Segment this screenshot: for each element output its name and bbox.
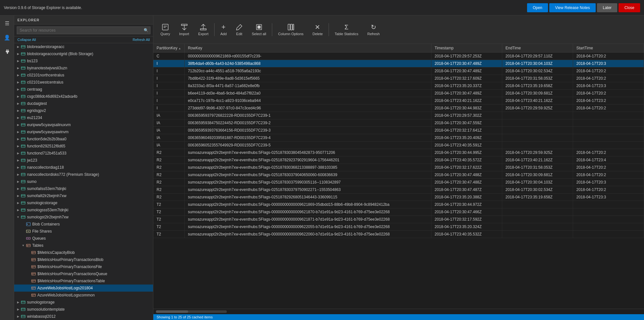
tree-item-c02101westcentralus[interactable]: ▶c02101westcentralus bbox=[14, 79, 153, 86]
tree-item-eu21234[interactable]: ▶eu21234 bbox=[14, 114, 153, 121]
search-input[interactable] bbox=[17, 26, 150, 34]
import-button[interactable]: Import bbox=[175, 22, 194, 38]
tree-item-MetricsCapacityBlob[interactable]: $MetricsCapacityBlob bbox=[14, 249, 153, 256]
tree-item-sumologsss53em7tdnjki[interactable]: ▶sumologsss53em7tdnjki bbox=[14, 206, 153, 214]
table-row[interactable]: IA006365959379726822228-RD00155DF7C239-1… bbox=[153, 112, 644, 119]
refresh-button[interactable]: ↻ Refresh bbox=[363, 22, 384, 38]
table-row[interactable]: C00000000000009621869-rd00155df7c239-201… bbox=[153, 53, 644, 60]
tree-item-ducdaigtest[interactable]: ▶ducdaigtest bbox=[14, 100, 153, 107]
tree-item-blobreaderstorageacc[interactable]: ▶blobreaderstorageacc bbox=[14, 43, 153, 50]
tree-item-egridsgpv2[interactable]: ▶egridsgpv2 bbox=[14, 107, 153, 114]
end-time-cell bbox=[502, 119, 573, 127]
table-row[interactable]: T2sumoazureappt2lr2bejmh7xw-eventhubs:5F… bbox=[153, 216, 644, 223]
row-key-cell: 7bd8b422-31f9-489e-8ad8-5d3615ef5665 bbox=[185, 75, 431, 82]
tree-item-c02101northcentralus[interactable]: ▶c02101northcentralus bbox=[14, 72, 153, 79]
select-all-button[interactable]: Select all bbox=[247, 22, 271, 38]
tree-item-MetricsHourPrimaryTransactionsBlob[interactable]: $MetricsHourPrimaryTransactionsBlob bbox=[14, 256, 153, 263]
view-release-button[interactable]: View Release Notes bbox=[549, 3, 596, 12]
horizontal-scrollbar[interactable] bbox=[156, 310, 227, 313]
table-row[interactable]: IA006365960523557649929-RD00155DF7C239-5… bbox=[153, 142, 644, 149]
table-row[interactable]: T2sumoazureappt2lr2bejmh7xw-eventhubs:5F… bbox=[153, 208, 644, 216]
table-row[interactable]: IA006365959393763664156-RD00155DF7C239-3… bbox=[153, 127, 644, 134]
table-row[interactable]: R2sumoazureappt2lr2bejmh7xw-eventhubs:5F… bbox=[153, 164, 644, 171]
edit-button[interactable]: Edit bbox=[231, 22, 247, 38]
tree-item-queues[interactable]: Queues bbox=[14, 235, 153, 242]
tree-item-sumologst2lr2bejmh7xw[interactable]: ▼sumologst2lr2bejmh7xw bbox=[14, 214, 153, 221]
tree-label: $MetricsHourPrimaryTransactionsFile bbox=[37, 265, 102, 269]
tree-item-blobstorageaccountgrid[interactable]: ▶blobstorageaccountgrid (Blob Storage) bbox=[14, 50, 153, 57]
add-button[interactable]: + Add bbox=[216, 22, 231, 38]
table-row[interactable]: I8a3233a1-8f3a-4471-8a57-11a682e8e0fb201… bbox=[153, 82, 644, 90]
tree-item-sumofailss53em7tdnjki[interactable]: ▶sumofailss53em7tdnjki bbox=[14, 185, 153, 192]
tree-item-AzureWebJobsHostLogscommon[interactable]: AzureWebJobsHostLogscommon bbox=[14, 292, 153, 299]
end-time-cell bbox=[502, 216, 573, 223]
tree-item-euripww5cyavqsalinuxvm[interactable]: ▶euripww5cyavqsalinuxvm bbox=[14, 121, 153, 128]
table-row[interactable]: I38fb4da4-d60b-4a43-b24d-5385498ac868201… bbox=[153, 60, 644, 67]
table-row[interactable]: T2sumoazureappt2lr2bejmh7xw-eventhubs:5F… bbox=[153, 231, 644, 238]
table-row[interactable]: R2sumoazureappt2lr2bejmh7xw-eventhubs:5F… bbox=[153, 194, 644, 201]
tree-item-nanocollectordiag118[interactable]: ▶nanocollectordiag118 bbox=[14, 164, 153, 171]
tree-item-MetricsHourPrimaryTransactionsQueue[interactable]: $MetricsHourPrimaryTransactionsQueue bbox=[14, 270, 153, 277]
table-row[interactable]: Ib6ee4119-dd3e-4ba6-9cbd-484a57f822a0201… bbox=[153, 90, 644, 97]
open-button[interactable]: Open bbox=[527, 3, 548, 12]
tree-item-tables[interactable]: ▼Tables bbox=[14, 242, 153, 249]
svg-rect-51 bbox=[21, 209, 25, 211]
tree-item-function5de2b2b3baa0[interactable]: ▶function5de2b2b3baa0 bbox=[14, 135, 153, 143]
collapse-all-button[interactable]: Collapse All bbox=[17, 38, 36, 42]
table-row[interactable]: I7bd8b422-31f9-489e-8ad8-5d3615ef5665201… bbox=[153, 75, 644, 82]
later-button[interactable]: Later bbox=[597, 3, 617, 12]
tree-item-function8292512f8d65[interactable]: ▶function8292512f8d65 bbox=[14, 143, 153, 150]
tree-icon bbox=[21, 129, 26, 135]
tree-item-sumo[interactable]: ▶sumo bbox=[14, 178, 153, 185]
refresh-all-button[interactable]: Refresh All bbox=[133, 38, 150, 42]
table-row[interactable]: R2sumoazureappt2lr2bejmh7xw-eventhubs:5F… bbox=[153, 149, 644, 156]
menu-icon[interactable]: ☰ bbox=[2, 18, 12, 28]
delete-button[interactable]: ✕ Delete bbox=[308, 22, 327, 38]
tree-item-sumofailt2lr2bejmh7xw[interactable]: ▶sumofailt2lr2bejmh7xw bbox=[14, 192, 153, 199]
table-row[interactable]: Ie0ca717c-197b-4cc1-a923-91036ceba944201… bbox=[153, 97, 644, 105]
tree-item-sumologstorage2[interactable]: ▶sumologstorage bbox=[14, 299, 153, 306]
query-button[interactable]: Query bbox=[156, 22, 175, 38]
tree-item-MetricsHourPrimaryTransactionsTable[interactable]: $MetricsHourPrimaryTransactionsTable bbox=[14, 277, 153, 285]
table-container[interactable]: PartitionKey ▲RowKeyTimestampEndTimeStar… bbox=[153, 44, 644, 309]
tree-item-byinanotestwjvwsli3uzn[interactable]: ▶byinanotestwjvwsli3uzn bbox=[14, 65, 153, 72]
tree-item-winlabassql2012[interactable]: ▶winlabassql2012 bbox=[14, 313, 153, 320]
tree-item-jw123[interactable]: ▶jw123 bbox=[14, 157, 153, 164]
table-statistics-button[interactable]: Σ Table Statistics bbox=[330, 22, 363, 38]
tree[interactable]: ▶blobreaderstorageacc▶blobstorageaccount… bbox=[14, 43, 153, 320]
tree-arrow: ▶ bbox=[15, 123, 21, 126]
tree-item-functiond712b451a533[interactable]: ▶functiond712b451a533 bbox=[14, 150, 153, 157]
tree-item-csgc088dc46d692x42adxa4b[interactable]: ▶csgc088dc46d692x42adxa4b bbox=[14, 93, 153, 100]
column-options-button[interactable]: Column Options bbox=[274, 22, 308, 38]
table-row[interactable]: R2sumoazureappt2lr2bejmh7xw-eventhubs:5F… bbox=[153, 171, 644, 179]
table-row[interactable]: R2sumoazureappt2lr2bejmh7xw-eventhubs:5F… bbox=[153, 156, 644, 164]
tree-item-euripww5cyavqsawinvm[interactable]: ▶euripww5cyavqsawinvm bbox=[14, 128, 153, 135]
person-icon[interactable]: 👤 bbox=[2, 32, 12, 43]
table-row[interactable]: T2sumoazureappt2lr2bejmh7xw-eventhubs:5F… bbox=[153, 201, 644, 208]
tree-item-blob-containers[interactable]: Blob Containers bbox=[14, 221, 153, 228]
tree-label: AzureWebJobsHostLogscommon bbox=[37, 293, 95, 297]
tree-item-file-shares[interactable]: File Shares bbox=[14, 228, 153, 235]
tree-item-MetricsHourPrimaryTransactionsFile[interactable]: $MetricsHourPrimaryTransactionsFile bbox=[14, 263, 153, 270]
partition-key-cell: IA bbox=[153, 127, 185, 134]
tree-item-sumosolutiontemplate[interactable]: ▶sumosolutiontemplate bbox=[14, 306, 153, 313]
tree-icon bbox=[21, 115, 26, 120]
tree-item-centraag[interactable]: ▶centraag bbox=[14, 86, 153, 93]
tree-item-AzureWebJobsHostLogs201804[interactable]: AzureWebJobsHostLogs201804 bbox=[14, 285, 153, 292]
table-row[interactable]: I712b20cc-a44c-4551-a518-7605a6a2193c201… bbox=[153, 67, 644, 75]
tree-item-nanocollectordisks772[interactable]: ▶nanocollectordisks772 (Premium Storage) bbox=[14, 171, 153, 178]
table-row[interactable]: R2sumoazureappt2lr2bejmh7xw-eventhubs:5F… bbox=[153, 179, 644, 186]
table-row[interactable]: IA006365959384750224452-RD00155DF7C239-2… bbox=[153, 119, 644, 127]
tree-item-sumologicstorage[interactable]: ▶sumologicstorage bbox=[14, 199, 153, 206]
table-row[interactable]: R2sumoazureappt2lr2bejmh7xw-eventhubs:5F… bbox=[153, 186, 644, 194]
tree-item-bs123[interactable]: ▶bs123 bbox=[14, 57, 153, 65]
table-row[interactable]: I273ddd97-9b96-4307-97c0-847c3ced4c96201… bbox=[153, 105, 644, 112]
export-button[interactable]: Export bbox=[194, 22, 213, 38]
table-row[interactable]: T2sumoazureappt2lr2bejmh7xw-eventhubs:5F… bbox=[153, 223, 644, 231]
tree-label: sumologsss53em7tdnjki bbox=[27, 208, 68, 212]
table-row[interactable]: IA006365960492039581887-RD00155DF7C239-4… bbox=[153, 134, 644, 142]
col-header-partition-key[interactable]: PartitionKey ▲ bbox=[153, 44, 185, 53]
close-button[interactable]: Close bbox=[619, 3, 640, 12]
start-time-cell bbox=[573, 112, 644, 119]
plug-icon[interactable] bbox=[2, 46, 12, 57]
